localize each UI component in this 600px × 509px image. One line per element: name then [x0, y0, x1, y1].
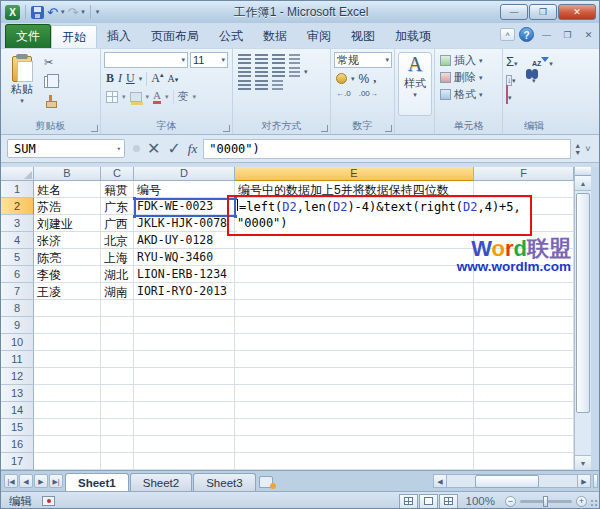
cell-F17[interactable]: [474, 453, 574, 470]
borders-icon[interactable]: [106, 91, 118, 103]
cell-D17[interactable]: [134, 453, 235, 470]
expand-formula-bar-icon[interactable]: ˅: [585, 144, 590, 154]
row-header-9[interactable]: 9: [1, 317, 34, 334]
find-select-button[interactable]: ▾: [532, 69, 560, 87]
cell-D15[interactable]: [134, 419, 235, 436]
ribbon-tab-1[interactable]: 开始: [51, 25, 97, 48]
phonetic-guide-button[interactable]: 变: [178, 89, 189, 104]
shrink-font-button[interactable]: A▾: [167, 73, 178, 84]
row-header-3[interactable]: 3: [1, 215, 34, 232]
prev-sheet-icon[interactable]: ◀: [19, 474, 33, 488]
cell-C15[interactable]: [101, 419, 134, 436]
cell-E5[interactable]: [235, 249, 474, 266]
cell-B10[interactable]: [34, 334, 101, 351]
cell-B1[interactable]: 姓名: [34, 181, 101, 198]
align-top-icon[interactable]: [238, 54, 251, 64]
maximize-button[interactable]: ❐: [529, 4, 557, 20]
cell-E11[interactable]: [235, 351, 474, 368]
first-sheet-icon[interactable]: |◀: [4, 474, 18, 488]
cell-F10[interactable]: [474, 334, 574, 351]
zoom-level[interactable]: 100%: [466, 495, 495, 507]
copy-button[interactable]: ▾: [44, 73, 84, 90]
tab-split-handle[interactable]: [593, 474, 598, 488]
workbook-restore-button[interactable]: ❐: [559, 28, 576, 42]
cell-E14[interactable]: [235, 402, 474, 419]
cell-F9[interactable]: [474, 317, 574, 334]
row-header-16[interactable]: 16: [1, 436, 34, 453]
resize-grip-icon[interactable]: [590, 499, 600, 509]
decrease-decimal-button[interactable]: .00→: [359, 89, 378, 98]
cell-E10[interactable]: [235, 334, 474, 351]
number-format-combobox[interactable]: 常规▾: [334, 52, 392, 68]
cell-B5[interactable]: 陈亮: [34, 249, 101, 266]
number-dialog-launcher-icon[interactable]: [385, 125, 392, 132]
vertical-scrollbar[interactable]: ▲ ▼: [574, 167, 591, 470]
fill-color-icon[interactable]: [130, 92, 142, 102]
cell-styles-button[interactable]: A 样式 ▾: [398, 52, 432, 116]
merge-center-icon[interactable]: [289, 67, 300, 77]
cut-button[interactable]: ✂: [44, 54, 84, 71]
cell-C14[interactable]: [101, 402, 134, 419]
delete-cells-button[interactable]: 删除▾: [438, 69, 500, 86]
cell-D14[interactable]: [134, 402, 235, 419]
workbook-minimize-button[interactable]: —: [538, 28, 555, 42]
cell-D8[interactable]: [134, 300, 235, 317]
alignment-dialog-launcher-icon[interactable]: [321, 125, 328, 132]
italic-button[interactable]: I: [118, 71, 122, 86]
cell-B8[interactable]: [34, 300, 101, 317]
name-box-dropdown-icon[interactable]: ▾: [117, 145, 121, 153]
macro-record-icon[interactable]: [42, 496, 55, 506]
insert-cells-button[interactable]: 插入▾: [438, 52, 500, 69]
percent-style-button[interactable]: %: [359, 72, 370, 86]
cell-C4[interactable]: 北京: [101, 232, 134, 249]
increase-decimal-button[interactable]: ←.0: [336, 89, 351, 98]
cell-E8[interactable]: [235, 300, 474, 317]
ribbon-tab-5[interactable]: 数据: [253, 25, 297, 48]
cell-C9[interactable]: [101, 317, 134, 334]
cell-E16[interactable]: [235, 436, 474, 453]
row-header-1[interactable]: 1: [1, 181, 34, 198]
cell-F13[interactable]: [474, 385, 574, 402]
page-break-view-button[interactable]: [439, 494, 458, 509]
cell-D1[interactable]: 编号: [134, 181, 235, 198]
formula-bar-grip-icon[interactable]: [133, 145, 140, 152]
font-size-combobox[interactable]: 11▾: [190, 52, 228, 68]
align-center-icon[interactable]: [255, 67, 268, 77]
normal-view-button[interactable]: [399, 494, 418, 509]
bold-button[interactable]: B: [106, 71, 114, 86]
clipboard-dialog-launcher-icon[interactable]: [91, 125, 98, 132]
insert-worksheet-icon[interactable]: [257, 474, 277, 490]
scroll-down-icon[interactable]: ▼: [575, 455, 591, 470]
orientation-icon[interactable]: [289, 54, 300, 64]
cell-E6[interactable]: [235, 266, 474, 283]
cell-B6[interactable]: 李俊: [34, 266, 101, 283]
cell-B13[interactable]: [34, 385, 101, 402]
cell-C11[interactable]: [101, 351, 134, 368]
name-box[interactable]: SUM ▾: [7, 139, 125, 158]
cell-D13[interactable]: [134, 385, 235, 402]
cell-F7[interactable]: [474, 283, 574, 300]
ribbon-tab-8[interactable]: 加载项: [385, 25, 441, 48]
cell-B14[interactable]: [34, 402, 101, 419]
ribbon-tab-3[interactable]: 页面布局: [141, 25, 209, 48]
cell-C12[interactable]: [101, 368, 134, 385]
file-tab[interactable]: 文件: [5, 24, 51, 48]
cell-C17[interactable]: [101, 453, 134, 470]
row-header-17[interactable]: 17: [1, 453, 34, 470]
align-right-icon[interactable]: [272, 67, 285, 77]
align-left-icon[interactable]: [238, 67, 251, 77]
row-header-8[interactable]: 8: [1, 300, 34, 317]
wrap-text-icon[interactable]: [272, 80, 283, 90]
paste-button[interactable]: 粘贴 ▾: [4, 52, 40, 116]
row-header-7[interactable]: 7: [1, 283, 34, 300]
cell-B11[interactable]: [34, 351, 101, 368]
column-header-C[interactable]: C: [101, 167, 134, 181]
zoom-slider-thumb[interactable]: [543, 496, 548, 507]
close-button[interactable]: ✕: [558, 4, 596, 20]
cell-D3[interactable]: JKLK-HJK-0078: [134, 215, 235, 232]
cell-B3[interactable]: 刘建业: [34, 215, 101, 232]
format-painter-button[interactable]: [44, 92, 84, 109]
horizontal-scrollbar-thumb[interactable]: [475, 475, 539, 488]
workbook-close-button[interactable]: ✕: [580, 28, 597, 42]
row-header-14[interactable]: 14: [1, 402, 34, 419]
